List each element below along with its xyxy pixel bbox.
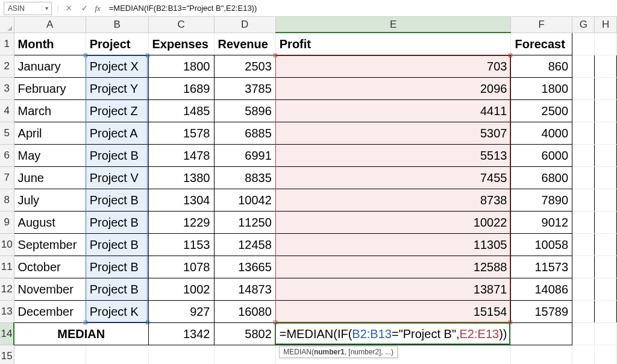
row-header-2[interactable]: 2: [0, 55, 14, 78]
cell-B7[interactable]: Project V: [86, 167, 148, 189]
cancel-formula-icon[interactable]: ✕: [63, 4, 74, 13]
header-cell-G1[interactable]: [572, 33, 595, 55]
row-header-10[interactable]: 10: [0, 234, 14, 256]
col-header-G[interactable]: G: [572, 17, 595, 33]
cell-B12[interactable]: Project B: [86, 278, 148, 301]
cell-C4[interactable]: 1485: [148, 100, 214, 122]
cell-A11[interactable]: October: [14, 256, 86, 278]
fx-icon[interactable]: fx: [95, 4, 100, 13]
header-cell-B1[interactable]: Project: [86, 33, 148, 55]
row-header-14[interactable]: 14: [0, 323, 14, 345]
cell-A5[interactable]: April: [14, 122, 86, 145]
row-header-8[interactable]: 8: [0, 189, 14, 212]
row-header-1[interactable]: 1: [0, 33, 14, 55]
row-header-9[interactable]: 9: [0, 212, 14, 234]
col-header-F[interactable]: F: [511, 17, 572, 33]
cell-F12[interactable]: 14086: [511, 278, 572, 301]
row-header-13[interactable]: 13: [0, 301, 14, 323]
cell-B5[interactable]: Project A: [86, 122, 148, 145]
spreadsheet-grid[interactable]: ABCDEFGH1MonthProjectExpensesRevenueProf…: [0, 17, 617, 364]
cell-H7[interactable]: [595, 167, 617, 189]
row-header-7[interactable]: 7: [0, 167, 14, 189]
cell-E9[interactable]: 10022: [275, 212, 511, 234]
cell-C12[interactable]: 1002: [148, 278, 214, 301]
cell-G11[interactable]: [572, 256, 595, 278]
cell-H4[interactable]: [595, 100, 617, 122]
cell-D10[interactable]: 12458: [214, 234, 275, 256]
cell-H3[interactable]: [595, 78, 617, 100]
cell-F9[interactable]: 9012: [511, 212, 572, 234]
row-header-6[interactable]: 6: [0, 145, 14, 167]
cell-G7[interactable]: [572, 167, 595, 189]
cell-B8[interactable]: Project B: [86, 189, 148, 212]
cell-C5[interactable]: 1578: [148, 122, 214, 145]
cell-E5[interactable]: 5307: [275, 122, 511, 145]
cell-D11[interactable]: 13665: [214, 256, 275, 278]
header-cell-H1[interactable]: [595, 33, 617, 55]
cell-A15[interactable]: [14, 345, 86, 365]
cell-G2[interactable]: [572, 55, 595, 78]
cell-B3[interactable]: Project Y: [86, 78, 148, 100]
cell-H8[interactable]: [595, 189, 617, 212]
cell-C15[interactable]: [148, 345, 214, 365]
cell-B11[interactable]: Project B: [86, 256, 148, 278]
header-cell-A1[interactable]: Month: [14, 33, 86, 55]
cell-G15[interactable]: [572, 345, 595, 365]
cell-G5[interactable]: [572, 122, 595, 145]
cell-E6[interactable]: 5513: [275, 145, 511, 167]
cell-C6[interactable]: 1478: [148, 145, 214, 167]
row-header-3[interactable]: 3: [0, 78, 14, 100]
cell-F3[interactable]: 1800: [511, 78, 572, 100]
select-all-corner[interactable]: [0, 17, 14, 33]
cell-G4[interactable]: [572, 100, 595, 122]
cell-H10[interactable]: [595, 234, 617, 256]
cell-F14[interactable]: [511, 323, 572, 345]
col-header-E[interactable]: E: [275, 17, 511, 33]
cell-A2[interactable]: January: [14, 55, 86, 78]
cell-A9[interactable]: August: [14, 212, 86, 234]
cell-E7[interactable]: 7455: [275, 167, 511, 189]
cell-D7[interactable]: 8835: [214, 167, 275, 189]
cell-E8[interactable]: 8738: [275, 189, 511, 212]
cell-B15[interactable]: [86, 345, 148, 365]
cell-E14[interactable]: =MEDIAN(IF(B2:B13="Project B",E2:E13)): [275, 323, 511, 345]
cell-G6[interactable]: [572, 145, 595, 167]
cell-C14[interactable]: 1342: [148, 323, 214, 345]
header-cell-F1[interactable]: Forecast: [511, 33, 572, 55]
cell-C7[interactable]: 1380: [148, 167, 214, 189]
cell-A7[interactable]: June: [14, 167, 86, 189]
cell-F4[interactable]: 2500: [511, 100, 572, 122]
cell-A3[interactable]: February: [14, 78, 86, 100]
cell-H9[interactable]: [595, 212, 617, 234]
cell-B10[interactable]: Project B: [86, 234, 148, 256]
cell-C10[interactable]: 1153: [148, 234, 214, 256]
cell-D5[interactable]: 6885: [214, 122, 275, 145]
accept-formula-icon[interactable]: ✓: [79, 4, 90, 13]
col-header-H[interactable]: H: [595, 17, 617, 33]
header-cell-C1[interactable]: Expenses: [148, 33, 214, 55]
cell-G8[interactable]: [572, 189, 595, 212]
cell-C8[interactable]: 1304: [148, 189, 214, 212]
cell-G13[interactable]: [572, 301, 595, 323]
header-cell-D1[interactable]: Revenue: [214, 33, 275, 55]
cell-A12[interactable]: November: [14, 278, 86, 301]
cell-F8[interactable]: 7890: [511, 189, 572, 212]
cell-A6[interactable]: May: [14, 145, 86, 167]
cell-E3[interactable]: 2096: [275, 78, 511, 100]
name-box-dropdown-icon[interactable]: ▾: [42, 5, 51, 11]
row-header-4[interactable]: 4: [0, 100, 14, 122]
cell-C3[interactable]: 1689: [148, 78, 214, 100]
cell-C13[interactable]: 927: [148, 301, 214, 323]
cell-E4[interactable]: 4411: [275, 100, 511, 122]
cell-B13[interactable]: Project K: [86, 301, 148, 323]
cell-F15[interactable]: [511, 345, 572, 365]
cell-F2[interactable]: 860: [511, 55, 572, 78]
cell-D13[interactable]: 16080: [214, 301, 275, 323]
row-header-12[interactable]: 12: [0, 278, 14, 301]
cell-C9[interactable]: 1229: [148, 212, 214, 234]
cell-E11[interactable]: 12588: [275, 256, 511, 278]
row-header-11[interactable]: 11: [0, 256, 14, 278]
cell-F7[interactable]: 6800: [511, 167, 572, 189]
cell-G12[interactable]: [572, 278, 595, 301]
cell-H12[interactable]: [595, 278, 617, 301]
